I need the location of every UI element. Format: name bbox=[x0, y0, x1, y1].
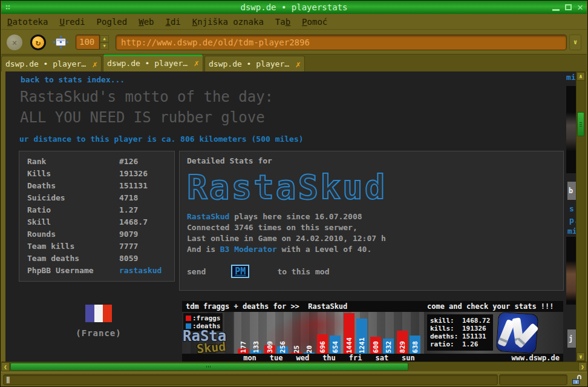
bar-fraggs-thu: 696 bbox=[317, 312, 328, 354]
stat-value: 4718 bbox=[119, 193, 138, 205]
maximize-button-icon[interactable] bbox=[565, 4, 572, 10]
scroll-right-icon[interactable]: ❯ bbox=[578, 362, 587, 371]
bar-value-label: 1444 bbox=[345, 337, 353, 354]
bar-fraggs-tue: 309 bbox=[264, 312, 275, 354]
bar-value-label: 177 bbox=[240, 341, 247, 353]
pm-button[interactable]: PM bbox=[231, 265, 249, 278]
menu-bar: DatotekaUrediPogledWebIdiKnjiška oznakaT… bbox=[1, 14, 587, 30]
phpbb-username-link[interactable]: rastaskud bbox=[119, 266, 162, 278]
bar-fraggs-fri: 1444 bbox=[344, 312, 354, 354]
bar-value-label: 600 bbox=[372, 341, 380, 353]
detailed-stats-panel: Detailed Stats for RastaSkud RastaSkud p… bbox=[179, 151, 564, 291]
menu-item-web[interactable]: Web bbox=[139, 17, 154, 27]
zoom-value-field[interactable]: 100 bbox=[76, 35, 100, 50]
detail-line-2: Connected 3746 times on this serwer, bbox=[187, 222, 563, 233]
toolbar: ✕ ↻ 100 ▲ ▼ ∨ bbox=[1, 30, 587, 54]
menu-item-datoteka[interactable]: Datoteka bbox=[7, 17, 48, 27]
window-title: dswp.de • playerstats bbox=[1, 2, 587, 12]
browser-window: ∷ dswp.de • playerstats ✕ DatotekaUrediP… bbox=[0, 0, 588, 387]
minimize-button-icon[interactable] bbox=[552, 9, 560, 11]
bar-fraggs-mon: 177 bbox=[238, 312, 249, 354]
right-strip-link[interactable]: s bbox=[569, 204, 574, 213]
player-name-link[interactable]: RastaSkud bbox=[187, 212, 229, 221]
tab-playerstats-3[interactable]: dswp.de • player…✗ bbox=[204, 56, 305, 71]
stat-value: 8059 bbox=[119, 254, 138, 266]
distance-note: ur distance to this player is ca. 806 ki… bbox=[19, 134, 304, 144]
day-label-sun: sun bbox=[396, 354, 420, 362]
bar-deaths-tue: 256 bbox=[277, 312, 288, 354]
send-pm-row: send PM to this mod bbox=[187, 265, 563, 278]
bar-value-label: 309 bbox=[266, 341, 273, 353]
horizontal-scroll-thumb[interactable] bbox=[10, 363, 408, 371]
bar-value-label: 133 bbox=[252, 341, 260, 353]
player-name-logo: RastaSkud bbox=[187, 168, 563, 207]
motto-heading-line2: ALL YOU NEED IS rubber glove bbox=[20, 109, 265, 126]
bar-deaths-fri: 1241 bbox=[356, 312, 367, 354]
menu-item-knjiška-oznaka[interactable]: Knjiška oznaka bbox=[192, 17, 264, 27]
bar-group-thu: 696654 bbox=[317, 312, 341, 354]
reload-button-icon[interactable]: ↻ bbox=[30, 35, 46, 50]
weekly-fraggs-chart: tdm fraggs + deaths for >> RastaSkud :fr… bbox=[182, 301, 424, 362]
zoom-spin-down-icon[interactable]: ▼ bbox=[100, 42, 109, 50]
bar-value-label: 20 bbox=[305, 345, 313, 353]
bar-group-sat: 600532 bbox=[370, 312, 394, 354]
table-row: Kills191326 bbox=[19, 169, 174, 181]
stat-value: 1468.7 bbox=[119, 217, 148, 230]
window-titlebar: ∷ dswp.de • playerstats ✕ bbox=[1, 1, 587, 14]
table-row: Suicides4718 bbox=[19, 193, 174, 205]
chart-day-labels: montuewedthufrisatsun bbox=[182, 354, 424, 362]
menu-item-pomoć[interactable]: Pomoć bbox=[302, 17, 327, 27]
send-label: send bbox=[187, 267, 206, 276]
tab-close-icon[interactable]: ✗ bbox=[194, 58, 199, 68]
dswp-logo bbox=[497, 313, 538, 353]
tab-playerstats-1[interactable]: dswp.de • player…✗ bbox=[1, 56, 102, 71]
menu-item-idi[interactable]: Idi bbox=[166, 17, 181, 27]
stop-button-icon[interactable]: ✕ bbox=[7, 35, 22, 50]
tab-close-icon[interactable]: ✗ bbox=[93, 59, 97, 69]
close-button-icon[interactable]: ✕ bbox=[577, 2, 583, 12]
chart-title: tdm fraggs + deaths for >> RastaSkud bbox=[182, 301, 424, 312]
table-row: Rank#126 bbox=[19, 157, 174, 169]
menu-item-uredi[interactable]: Uredi bbox=[59, 17, 85, 27]
bar-fraggs-sun: 829 bbox=[397, 312, 408, 354]
legend-row: :fraggs bbox=[186, 314, 220, 322]
bar-deaths-thu: 654 bbox=[330, 312, 341, 354]
url-dropdown-icon[interactable]: ∨ bbox=[569, 35, 581, 50]
bar-value-label: 256 bbox=[278, 341, 286, 353]
address-bar bbox=[116, 35, 567, 50]
stat-value: 1.27 bbox=[119, 205, 138, 217]
zoom-spin-up-icon[interactable]: ▲ bbox=[100, 35, 109, 42]
vertical-scroll-thumb[interactable] bbox=[577, 112, 584, 136]
promo-stat-line: deaths: 151131 bbox=[430, 332, 490, 340]
country-label: (France) bbox=[61, 328, 136, 338]
stat-label: Skill bbox=[27, 217, 119, 230]
scroll-left-icon[interactable]: ❮ bbox=[1, 362, 10, 371]
back-to-stats-link[interactable]: back to stats index... bbox=[21, 75, 125, 84]
bar-value-label: 829 bbox=[398, 341, 406, 353]
menu-item-tab[interactable]: Tab bbox=[275, 17, 290, 27]
stat-label: Suicides bbox=[27, 193, 119, 205]
france-flag-icon bbox=[85, 305, 112, 322]
bar-value-label: 25 bbox=[292, 345, 300, 353]
url-input[interactable] bbox=[116, 38, 566, 47]
menu-item-pogled[interactable]: Pogled bbox=[97, 17, 128, 27]
stat-value: 7777 bbox=[119, 242, 138, 254]
bar-value-label: 532 bbox=[385, 341, 393, 353]
player-stats-table: Rank#126Kills191326Deaths151131Suicides4… bbox=[19, 151, 175, 282]
scroll-down-icon[interactable]: ∨ bbox=[577, 352, 585, 361]
bar-fraggs-sat: 600 bbox=[370, 312, 381, 354]
unlock-icon[interactable] bbox=[572, 375, 581, 385]
fit-window-icon[interactable] bbox=[56, 38, 66, 46]
to-this-mod-label: to this mod bbox=[277, 267, 329, 276]
right-strip-link[interactable]: mi bbox=[566, 73, 576, 82]
b3-moderator-link[interactable]: B3 Moderator bbox=[220, 245, 277, 254]
bar-group-fri: 14441241 bbox=[344, 312, 367, 354]
scroll-up-icon[interactable]: ∧ bbox=[577, 72, 585, 81]
tab-close-icon[interactable]: ✗ bbox=[296, 59, 301, 69]
skud-watermark: Skud bbox=[196, 339, 226, 356]
tab-playerstats-2[interactable]: dswp.de • player…✗ bbox=[103, 54, 203, 71]
stat-label: Rank bbox=[27, 157, 119, 169]
vertical-scrollbar[interactable]: ∧ ∨ bbox=[576, 71, 586, 362]
horizontal-scrollbar[interactable]: ❮ ❯ bbox=[1, 362, 587, 371]
day-label-thu: thu bbox=[317, 354, 341, 362]
